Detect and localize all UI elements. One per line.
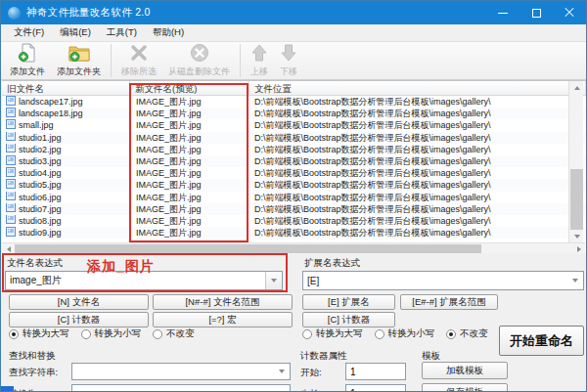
radio-label: 转换为小写 <box>388 327 435 340</box>
counter-group-title: 计数器属性 <box>300 350 347 363</box>
file-location: D:\前端模板\Bootstrap数据分析管理后台模板\images\galle… <box>249 179 586 191</box>
menu-edit[interactable]: 编辑(E) <box>53 24 98 41</box>
add-file-button[interactable]: 添加文件 <box>4 42 51 79</box>
menu-help[interactable]: 帮助(H) <box>146 24 191 41</box>
file-row[interactable]: landscape18.jpg IMAGE_图片.jpg D:\前端模板\Boo… <box>2 108 586 119</box>
vertical-scroll-thumb[interactable] <box>570 169 583 230</box>
file-row[interactable]: landscape17.jpg IMAGE_图片.jpg D:\前端模板\Boo… <box>2 96 586 108</box>
remove-selected-button[interactable]: 移除所选 <box>115 42 162 79</box>
minimize-button[interactable] <box>486 1 519 24</box>
find-string-combo[interactable] <box>71 363 291 380</box>
counter-step-input[interactable] <box>345 384 406 392</box>
insert-extension-button[interactable]: [E] 扩展名 <box>302 294 395 310</box>
column-header-location[interactable]: 文件位置 <box>249 81 586 95</box>
radio-nochange[interactable]: 不改变 <box>153 327 195 340</box>
file-row[interactable]: studio7.jpg IMAGE_图片.jpg D:\前端模板\Bootstr… <box>2 203 586 215</box>
file-row[interactable]: studio3.jpg IMAGE_图片.jpg D:\前端模板\Bootstr… <box>2 155 586 167</box>
insert-macro-button[interactable]: [=?] 宏 <box>153 312 293 327</box>
file-location: D:\前端模板\Bootstrap数据分析管理后台模板\images\galle… <box>249 96 586 108</box>
radio-lowercase[interactable]: 转换为小写 <box>81 327 142 340</box>
move-up-button[interactable]: 上移 <box>245 42 274 79</box>
insert-counter-button[interactable]: [C] 计数器 <box>9 312 149 327</box>
annotation-label: 添加_图片 <box>87 258 155 276</box>
old-file-name: studio9.jpg <box>19 227 62 239</box>
scroll-down-arrow[interactable] <box>569 230 584 242</box>
radio-ext-nochange[interactable]: 不改变 <box>446 327 488 340</box>
start-rename-button[interactable]: 开始重命名 <box>499 326 584 356</box>
name-expression-value: image_图片 <box>6 274 265 287</box>
vertical-scrollbar[interactable] <box>568 81 583 242</box>
file-row[interactable]: studio5.jpg IMAGE_图片.jpg D:\前端模板\Bootstr… <box>2 179 586 191</box>
insert-ext-counter-button[interactable]: [C] 计数器 <box>302 312 395 327</box>
radio-label: 转换为大写 <box>23 327 69 340</box>
old-file-name: studio8.jpg <box>19 215 62 227</box>
counter-start-label: 开始: <box>300 367 322 379</box>
delete-from-disk-label: 从磁盘删除文件 <box>168 65 230 78</box>
image-file-icon <box>6 108 16 119</box>
ext-expression-combo[interactable]: [E] <box>302 271 584 290</box>
ext-expression-value: [E] <box>303 276 566 286</box>
insert-extension-range-button[interactable]: [E#-#] 扩展名范围 <box>400 294 498 310</box>
radio-icon <box>446 329 456 339</box>
old-file-name: landscape18.jpg <box>19 108 83 119</box>
counter-start-input[interactable] <box>345 363 406 380</box>
find-replace-group-title: 查找和替换 <box>9 350 56 363</box>
add-folder-button[interactable]: 添加文件夹 <box>51 42 107 79</box>
scroll-right-arrow[interactable] <box>572 243 585 254</box>
radio-ext-uppercase[interactable]: 转换为大写 <box>302 327 363 340</box>
radio-label: 转换为大写 <box>316 327 363 340</box>
old-file-name: studio7.jpg <box>19 203 62 215</box>
file-list: 旧文件名 新文件名(预览) 文件位置 landscape17.jpg IMAGE… <box>2 80 586 252</box>
image-file-icon <box>6 227 16 239</box>
menu-tools[interactable]: 工具(T) <box>100 24 144 41</box>
move-down-label: 下移 <box>280 65 297 78</box>
taskbar-corner <box>1 386 14 392</box>
radio-uppercase[interactable]: 转换为大写 <box>9 327 69 340</box>
old-file-name: studio6.jpg <box>19 192 62 203</box>
image-file-icon <box>6 119 16 131</box>
new-file-name: IMAGE_图片.jpg <box>130 132 249 144</box>
toolbar-separator <box>240 44 241 77</box>
file-location: D:\前端模板\Bootstrap数据分析管理后台模板\images\galle… <box>249 215 586 227</box>
insert-filename-button[interactable]: [N] 文件名 <box>9 294 149 310</box>
close-button[interactable] <box>553 1 586 24</box>
file-row[interactable]: studio9.jpg IMAGE_图片.jpg D:\前端模板\Bootstr… <box>2 227 586 239</box>
file-row[interactable]: studio2.jpg IMAGE_图片.jpg D:\前端模板\Bootstr… <box>2 144 586 155</box>
old-file-name: studio2.jpg <box>19 144 62 155</box>
column-header-new-name[interactable]: 新文件名(预览) <box>130 81 249 95</box>
file-row[interactable]: studio6.jpg IMAGE_图片.jpg D:\前端模板\Bootstr… <box>2 192 586 203</box>
new-file-name: IMAGE_图片.jpg <box>130 215 249 227</box>
chevron-down-icon[interactable] <box>273 385 290 392</box>
chevron-down-icon[interactable] <box>265 272 282 289</box>
scroll-up-arrow[interactable] <box>569 81 584 94</box>
menu-file[interactable]: 文件(F) <box>7 24 51 41</box>
horizontal-scroll-thumb[interactable] <box>15 244 481 253</box>
file-list-header: 旧文件名 新文件名(预览) 文件位置 <box>2 81 586 96</box>
maximize-button[interactable] <box>519 1 553 24</box>
chevron-down-icon[interactable] <box>566 272 583 289</box>
column-header-old-name[interactable]: 旧文件名 <box>2 81 130 95</box>
toolbar-separator <box>111 44 112 77</box>
file-row[interactable]: studio1.jpg IMAGE_图片.jpg D:\前端模板\Bootstr… <box>2 132 586 144</box>
old-file-name: studio3.jpg <box>19 155 62 167</box>
add-folder-label: 添加文件夹 <box>57 65 101 78</box>
file-row[interactable]: small.jpg IMAGE_图片.jpg D:\前端模板\Bootstrap… <box>2 119 586 131</box>
chevron-down-icon[interactable] <box>273 364 290 379</box>
radio-ext-lowercase[interactable]: 转换为小写 <box>375 327 435 340</box>
insert-filename-range-button[interactable]: [N#-#] 文件名范围 <box>153 294 293 310</box>
image-file-icon <box>6 155 16 167</box>
replace-with-combo[interactable] <box>71 384 291 392</box>
file-row[interactable]: studio4.jpg IMAGE_图片.jpg D:\前端模板\Bootstr… <box>2 167 586 179</box>
move-down-button[interactable]: 下移 <box>274 42 303 79</box>
add-file-label: 添加文件 <box>10 65 45 78</box>
file-row[interactable]: studio8.jpg IMAGE_图片.jpg D:\前端模板\Bootstr… <box>2 215 586 227</box>
image-file-icon <box>6 215 16 227</box>
load-template-button[interactable]: 加载模板 <box>422 362 508 379</box>
delete-from-disk-button[interactable]: 从磁盘删除文件 <box>162 42 236 79</box>
find-string-label: 查找字符串: <box>9 367 58 379</box>
save-template-button[interactable]: 保存模板 <box>422 383 508 392</box>
scroll-left-arrow[interactable] <box>2 243 15 254</box>
file-location: D:\前端模板\Bootstrap数据分析管理后台模板\images\galle… <box>249 192 586 203</box>
horizontal-scrollbar[interactable] <box>2 242 585 253</box>
radio-icon <box>153 329 162 339</box>
